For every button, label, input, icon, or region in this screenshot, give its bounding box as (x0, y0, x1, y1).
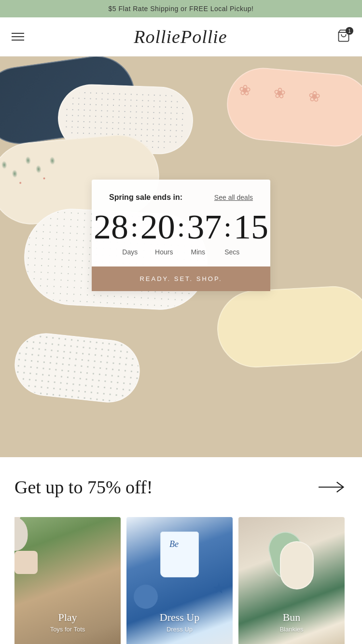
blankies-subtitle: Blankies (238, 626, 345, 633)
play-label: Play Toys for Tots (14, 611, 121, 633)
play-title: Play (14, 611, 121, 624)
star-decoration: ★ (212, 580, 225, 597)
blankies-label: Bun Blankies (238, 611, 345, 633)
logo[interactable]: RolliePollie (134, 26, 227, 47)
sale-headline: Get up to 75% off! (14, 476, 153, 498)
blankies-title: Bun (238, 611, 345, 624)
onesie (160, 532, 199, 577)
dress-title: Dress Up (126, 611, 233, 624)
play-subtitle: Toys for Tots (14, 626, 121, 633)
swaddle-spot (12, 330, 143, 406)
days-count: 28 (94, 210, 128, 244)
secs-count: 15 (234, 210, 268, 244)
dress-label: Dress Up Dress Up (126, 611, 233, 633)
category-section: Play Toys for Tots ★ Dress Up Dress Up B… (0, 517, 362, 644)
countdown-card: Spring sale ends in: See all deals 28 : … (92, 180, 270, 291)
shop-now-button[interactable]: READY. SET. SHOP. (92, 266, 270, 291)
countdown-numbers: 28 : 20 : 37 : 15 (109, 210, 253, 244)
cart-count: 1 (346, 27, 353, 35)
cart-icon[interactable]: 1 (337, 29, 350, 44)
hours-count: 20 (140, 210, 175, 244)
category-item-play[interactable]: Play Toys for Tots (14, 517, 121, 644)
header: RolliePollie 1 (0, 17, 362, 56)
mins-count: 37 (187, 210, 222, 244)
moon-decoration (134, 585, 158, 609)
countdown-labels: Days Hours Mins Secs (109, 248, 253, 256)
see-all-deals-link[interactable]: See all deals (214, 194, 253, 201)
separator-1: : (130, 212, 139, 241)
blankie-roll-2 (280, 541, 314, 589)
dress-subtitle: Dress Up (126, 626, 233, 633)
separator-3: : (223, 212, 232, 241)
hours-label: Hours (147, 248, 181, 256)
announcement-text: $5 Flat Rate Shipping or FREE Local Pick… (109, 5, 254, 13)
sale-label: Spring sale ends in: (109, 193, 182, 202)
hero-section: Spring sale ends in: See all deals 28 : … (0, 56, 362, 457)
mins-label: Mins (181, 248, 215, 256)
swaddle-floral (224, 65, 362, 150)
countdown-header: Spring sale ends in: See all deals (109, 193, 253, 202)
sale-section: Get up to 75% off! (0, 457, 362, 517)
swaddle-yellow (215, 284, 362, 370)
category-item-dress-up[interactable]: ★ Dress Up Dress Up (126, 517, 233, 644)
separator-2: : (177, 212, 185, 241)
secs-label: Secs (215, 248, 250, 256)
hamburger-menu-icon[interactable] (12, 33, 24, 41)
announcement-bar: $5 Flat Rate Shipping or FREE Local Pick… (0, 0, 362, 17)
days-label: Days (113, 248, 147, 256)
sale-arrow-button[interactable] (319, 480, 348, 494)
arrow-svg (319, 480, 348, 494)
polka-toy (14, 551, 38, 574)
category-item-blankies[interactable]: Bun Blankies (238, 517, 345, 644)
